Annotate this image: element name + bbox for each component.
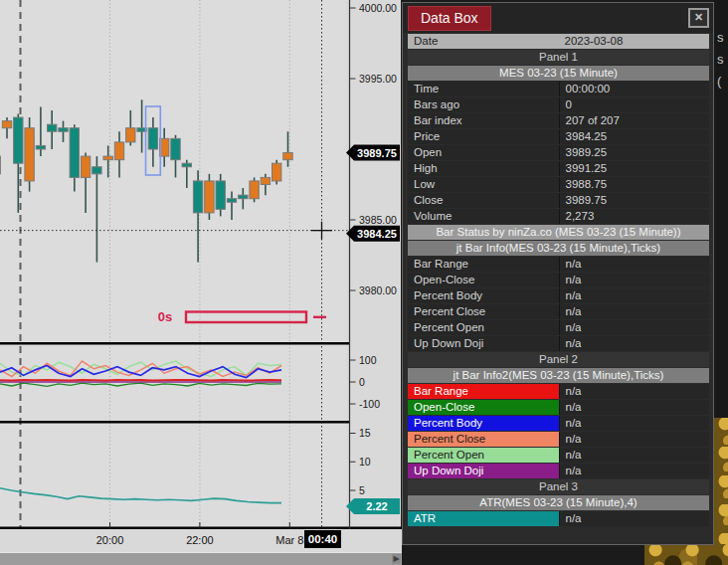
crosshair	[0, 0, 350, 527]
data-box-titlebar[interactable]: Data Box ✕	[403, 3, 713, 33]
obscured-text-fragment: s	[717, 30, 724, 45]
indicator-lines	[0, 488, 281, 503]
scroll-right-arrow-icon[interactable]: ▶	[392, 554, 401, 564]
row-label: Percent Open	[408, 320, 559, 335]
row-label: High	[408, 161, 559, 176]
row-value: n/a	[559, 400, 710, 415]
svg-text:4000.00: 4000.00	[359, 2, 397, 14]
data-box-row: Bars ago0	[408, 97, 709, 112]
row-label: Open-Close	[408, 400, 559, 415]
crosshair-time-tag: 00:40	[304, 530, 341, 548]
panel-header-row: Panel 3	[408, 479, 709, 494]
row-label: Open-Close	[408, 273, 559, 287]
row-label: ATR	[408, 511, 559, 526]
row-value: 2023-03-08	[559, 34, 710, 49]
row-label: Up Down Doji	[408, 464, 559, 478]
data-box-row: Open-Closen/a	[408, 273, 709, 287]
data-box-row: Percent Closen/a	[408, 304, 709, 319]
indicator-header-row: MES 03-23 (15 Minute)	[408, 66, 709, 81]
row-value: 207 of 207	[559, 113, 710, 128]
data-box-row: Percent Closen/a	[408, 432, 709, 447]
row-value: 3989.75	[559, 193, 710, 208]
row-value: 3989.25	[559, 145, 710, 160]
data-box-row: Time00:00:00	[408, 82, 709, 96]
svg-text:0: 0	[359, 376, 365, 388]
indicator-header-row: ATR(MES 03-23 (15 Minute),4)	[408, 495, 709, 510]
svg-text:3985.00: 3985.00	[359, 214, 397, 226]
svg-text:100: 100	[359, 354, 377, 366]
svg-text:Mar 8: Mar 8	[275, 534, 303, 546]
row-label: Percent Open	[408, 448, 559, 463]
row-value: 00:00:00	[559, 82, 710, 96]
data-box-row: ATRn/a	[408, 511, 709, 526]
desktop-wallpaper	[714, 418, 728, 565]
row-label: Close	[408, 193, 559, 208]
horizontal-scrollbar[interactable]: ▶	[0, 552, 402, 565]
row-value: n/a	[559, 273, 710, 287]
data-box-row: Percent Bodyn/a	[408, 416, 709, 431]
row-label: Time	[408, 82, 559, 96]
row-label: Bar index	[408, 113, 559, 128]
row-label: Bars ago	[408, 97, 559, 112]
indicator-lines	[0, 361, 281, 386]
data-box-row: Percent Openn/a	[408, 320, 709, 335]
row-label: Percent Close	[408, 432, 559, 447]
obscured-text-fragment: s	[717, 52, 724, 67]
row-label: Bar Range	[408, 257, 559, 272]
indicator-header-row: jt Bar Info2(MES 03-23 (15 Minute),Ticks…	[408, 368, 709, 383]
data-box-window: Data Box ✕ Date2023-03-08Panel 1MES 03-2…	[402, 2, 714, 545]
row-label: Percent Body	[408, 288, 559, 303]
atr-value-tag: 2.22	[346, 498, 400, 514]
data-box-row: Bar Rangen/a	[408, 384, 709, 399]
data-box-row: Open-Closen/a	[408, 400, 709, 415]
time-axis-labels: 20:0022:00Mar 8	[96, 522, 304, 546]
trading-app-screen: 0s4000.003995.003985.003980.001000-10015…	[0, 0, 728, 565]
svg-text:3989.75: 3989.75	[357, 147, 397, 159]
row-value: n/a	[559, 464, 710, 478]
svg-text:15: 15	[359, 427, 371, 439]
row-label: Percent Close	[408, 304, 559, 319]
data-box-row: Close3989.75	[408, 193, 709, 208]
row-label: Open	[408, 145, 559, 160]
svg-text:5: 5	[359, 484, 365, 496]
row-value: 3988.75	[559, 177, 710, 192]
indicator-header-row: jt Bar Info(MES 03-23 (15 Minute),Ticks)	[408, 241, 709, 256]
svg-text:2.22: 2.22	[366, 500, 387, 512]
row-label: Percent Body	[408, 416, 559, 431]
gridlines	[21, 0, 290, 527]
svg-text:22:00: 22:00	[186, 534, 214, 546]
chart-canvas[interactable]: 0s4000.003995.003985.003980.001000-10015…	[0, 0, 402, 553]
svg-text:10: 10	[359, 456, 371, 468]
row-value: n/a	[559, 304, 710, 319]
row-value: 3991.25	[559, 161, 710, 176]
obscured-text-fragment: (	[717, 74, 721, 89]
row-value: 2,273	[559, 209, 710, 224]
row-label: Bar Range	[408, 384, 559, 399]
axis-tick-labels: 4000.003995.003985.003980.001000-1001510…	[350, 2, 398, 496]
data-box-row: Up Down Dojin/a	[408, 336, 709, 351]
data-box-row: High3991.25	[408, 161, 709, 176]
data-box-row: Percent Openn/a	[408, 448, 709, 463]
row-value: n/a	[559, 432, 710, 447]
panel-header-row: Panel 1	[408, 50, 709, 65]
row-value: n/a	[559, 511, 710, 526]
svg-text:3995.00: 3995.00	[359, 73, 397, 85]
row-value: n/a	[559, 257, 710, 272]
desktop-wallpaper	[644, 544, 728, 565]
row-value: n/a	[559, 336, 710, 351]
row-label: Volume	[408, 209, 559, 224]
row-value: n/a	[559, 448, 710, 463]
data-box-row: Bar Rangen/a	[408, 257, 709, 272]
data-box-row: Open3989.25	[408, 145, 709, 160]
svg-text:-100: -100	[359, 398, 380, 410]
row-value: 0	[559, 97, 710, 112]
data-box-row: Up Down Dojin/a	[408, 464, 709, 478]
data-box-row: Low3988.75	[408, 177, 709, 192]
svg-text:3984.25: 3984.25	[357, 228, 397, 240]
row-value: n/a	[559, 320, 710, 335]
row-value: n/a	[559, 416, 710, 431]
close-icon[interactable]: ✕	[688, 8, 709, 28]
svg-text:0s: 0s	[158, 309, 172, 324]
data-box-table: Date2023-03-08Panel 1MES 03-23 (15 Minut…	[408, 34, 709, 527]
zero-seconds-annotation: 0s	[158, 309, 326, 324]
